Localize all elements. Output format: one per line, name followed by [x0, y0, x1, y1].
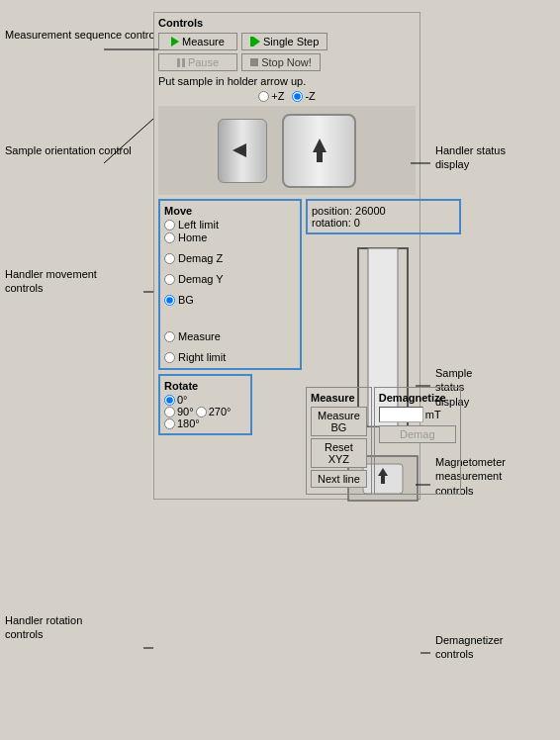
instruction-text: Put sample in holder arrow up.	[158, 75, 416, 87]
demag-button[interactable]: Demag	[379, 425, 456, 443]
handler-status-label: Handler statusdisplay	[435, 143, 506, 172]
single-step-button[interactable]: Single Step	[241, 33, 327, 50]
demag-value-input[interactable]	[379, 407, 423, 422]
home-label: Home	[178, 231, 207, 243]
left-column: Move Left limit Home Demag Z	[158, 199, 302, 495]
posz-radio[interactable]	[258, 91, 269, 102]
bg-radio[interactable]	[164, 295, 175, 306]
orientation-negz[interactable]: -Z	[292, 90, 315, 102]
cylinder-container	[218, 114, 356, 188]
bg-option[interactable]: BG	[164, 294, 296, 306]
step-icon	[250, 37, 260, 46]
second-buttons-row: Pause Stop Now!	[158, 53, 416, 71]
rot270-radio[interactable]	[196, 407, 207, 417]
move-position-row: Move Left limit Home Demag Z	[158, 199, 302, 370]
rot180-label: 180°	[177, 417, 200, 429]
orientation-posz[interactable]: +Z	[258, 90, 284, 102]
bg-label: BG	[178, 294, 194, 306]
demagz-option[interactable]: Demag Z	[164, 252, 296, 264]
negz-radio[interactable]	[292, 91, 303, 102]
controls-panel: Controls Measure Single Step	[153, 12, 420, 500]
bottom-controls: Rotate 0° 90° 270°	[158, 374, 302, 435]
demagz-label: Demag Z	[178, 252, 223, 264]
demagnetize-controls-box: Demagnetize mT Demag	[374, 387, 461, 495]
rot0-label: 0°	[177, 394, 188, 406]
svg-marker-0	[233, 143, 246, 157]
demag-title: Demagnetize	[379, 392, 456, 404]
demagy-radio[interactable]	[164, 274, 175, 285]
pause-icon	[177, 58, 185, 67]
arrow-left-icon	[233, 143, 252, 157]
stop-icon	[250, 58, 258, 66]
demagnetizer-label: Demagnetizercontrols	[435, 633, 503, 662]
home-option[interactable]: Home	[164, 231, 296, 243]
pause-button[interactable]: Pause	[158, 53, 237, 71]
sample-orientation-label: Sample orientation control	[5, 143, 132, 157]
panel-title: Controls	[158, 17, 416, 29]
rotate-controls-box: Rotate 0° 90° 270°	[158, 374, 252, 435]
arrow-up-icon	[313, 139, 327, 162]
measure-pos-label: Measure	[178, 330, 221, 342]
inner-layout: Move Left limit Home Demag Z	[158, 199, 416, 495]
position-display: position: 26000 rotation: 0	[306, 199, 461, 234]
measure-controls-box: Measure Measure BG Reset XYZ Next line	[306, 387, 372, 495]
right-limit-label: Right limit	[178, 351, 226, 363]
rotation-value: rotation: 0	[312, 217, 455, 229]
large-cylinder	[282, 114, 356, 188]
rot180-radio[interactable]	[164, 418, 175, 429]
svg-marker-1	[313, 139, 327, 152]
demag-unit: mT	[425, 409, 441, 420]
right-column: position: 26000 rotation: 0	[306, 199, 461, 495]
right-limit-radio[interactable]	[164, 352, 175, 363]
right-limit-option[interactable]: Right limit	[164, 351, 296, 363]
rotate-180-option[interactable]: 180°	[164, 417, 246, 429]
reset-xyz-button[interactable]: Reset XYZ	[311, 438, 367, 468]
small-cylinder	[218, 119, 267, 183]
demagy-label: Demag Y	[178, 273, 224, 285]
measure-button[interactable]: Measure	[158, 33, 237, 50]
measure-pos-radio[interactable]	[164, 331, 175, 342]
home-radio[interactable]	[164, 232, 175, 243]
measure-bg-button[interactable]: Measure BG	[311, 407, 367, 436]
demagz-radio[interactable]	[164, 253, 175, 264]
measurement-sequence-label: Measurement sequence controls	[5, 28, 163, 42]
move-controls-box: Move Left limit Home Demag Z	[158, 199, 302, 370]
rot90-radio[interactable]	[164, 407, 175, 417]
left-limit-option[interactable]: Left limit	[164, 219, 296, 231]
rotate-title: Rotate	[164, 380, 246, 392]
orientation-controls: +Z -Z	[158, 90, 416, 102]
measure-title: Measure	[311, 392, 367, 404]
handler-rotation-label: Handler rotationcontrols	[5, 613, 82, 642]
measure-demag-row: Measure Measure BG Reset XYZ Next line D…	[306, 387, 461, 495]
move-title: Move	[164, 205, 296, 217]
rot270-label: 270°	[209, 406, 232, 417]
next-line-button[interactable]: Next line	[311, 470, 367, 488]
stop-now-button[interactable]: Stop Now!	[241, 53, 321, 71]
left-limit-radio[interactable]	[164, 220, 175, 231]
demagy-option[interactable]: Demag Y	[164, 273, 296, 285]
rotate-90-270-row: 90° 270°	[164, 406, 246, 417]
small-cylinder-container	[218, 119, 267, 183]
top-buttons-row: Measure Single Step	[158, 33, 416, 50]
rot0-radio[interactable]	[164, 395, 175, 406]
rot90-label: 90°	[177, 406, 194, 417]
play-icon	[171, 37, 179, 46]
large-cylinder-container	[282, 114, 356, 188]
posz-label: +Z	[271, 90, 284, 102]
sample-visualization	[158, 106, 416, 195]
measure-option[interactable]: Measure	[164, 330, 296, 342]
demag-input-row: mT	[379, 407, 456, 422]
position-value: position: 26000	[312, 205, 455, 217]
svg-rect-2	[317, 152, 323, 162]
left-limit-label: Left limit	[178, 219, 219, 231]
handler-movement-label: Handler movementcontrols	[5, 267, 97, 296]
rotate-0-option[interactable]: 0°	[164, 394, 246, 406]
negz-label: -Z	[305, 90, 315, 102]
